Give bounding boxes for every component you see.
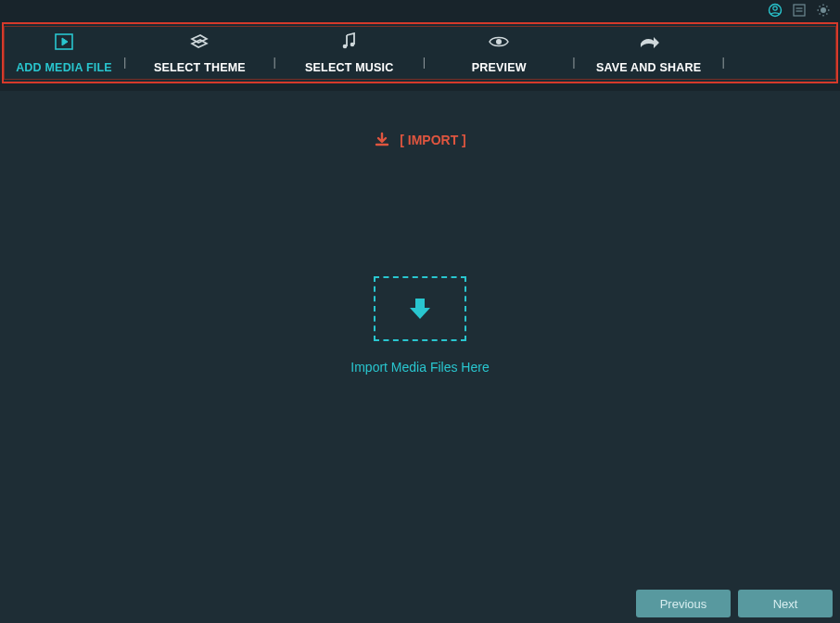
step-divider: | bbox=[269, 55, 279, 69]
step-label: PREVIEW bbox=[472, 61, 527, 74]
step-label: SAVE AND SHARE bbox=[596, 61, 701, 74]
svg-line-13 bbox=[826, 6, 827, 7]
step-preview[interactable]: PREVIEW bbox=[429, 32, 568, 74]
svg-marker-15 bbox=[62, 38, 68, 45]
svg-line-12 bbox=[820, 13, 821, 14]
arrow-down-icon bbox=[404, 293, 436, 324]
import-label: [ IMPORT ] bbox=[400, 133, 466, 147]
step-label: SELECT THEME bbox=[154, 61, 246, 74]
button-label: Previous bbox=[660, 597, 707, 611]
list-icon[interactable] bbox=[792, 3, 807, 18]
svg-point-18 bbox=[496, 39, 502, 44]
step-select-theme[interactable]: SELECT THEME bbox=[130, 32, 269, 74]
spacer bbox=[0, 83, 840, 91]
theme-icon bbox=[189, 32, 210, 52]
step-select-music[interactable]: SELECT MUSIC bbox=[280, 32, 419, 74]
step-save-share[interactable]: SAVE AND SHARE bbox=[579, 32, 719, 74]
next-button[interactable]: Next bbox=[738, 590, 833, 617]
step-label: ADD MEDIA FILE bbox=[16, 61, 112, 74]
step-bar: ADD MEDIA FILE | SELECT THEME | SELECT M… bbox=[2, 22, 838, 83]
svg-line-10 bbox=[820, 6, 821, 7]
svg-point-1 bbox=[773, 6, 777, 10]
step-add-media[interactable]: ADD MEDIA FILE bbox=[8, 32, 120, 74]
workspace: [ IMPORT ] Import Media Files Here Previ… bbox=[0, 91, 840, 623]
step-divider: | bbox=[419, 55, 429, 69]
play-file-icon bbox=[54, 32, 74, 52]
button-label: Next bbox=[773, 597, 798, 611]
step-bar-container: ADD MEDIA FILE | SELECT THEME | SELECT M… bbox=[0, 20, 840, 83]
brightness-icon[interactable] bbox=[816, 3, 831, 18]
svg-line-11 bbox=[826, 13, 827, 14]
svg-point-17 bbox=[350, 43, 354, 47]
title-bar bbox=[0, 0, 840, 20]
music-icon bbox=[340, 32, 359, 52]
step-divider: | bbox=[568, 55, 579, 69]
import-link[interactable]: [ IMPORT ] bbox=[0, 132, 840, 148]
step-label: SELECT MUSIC bbox=[305, 61, 393, 74]
dropzone-box bbox=[374, 276, 466, 341]
media-dropzone[interactable]: Import Media Files Here bbox=[0, 276, 840, 375]
eye-icon bbox=[488, 32, 510, 52]
user-icon[interactable] bbox=[768, 3, 783, 18]
step-divider: | bbox=[120, 55, 130, 69]
svg-point-16 bbox=[342, 44, 347, 49]
step-bar-inner: ADD MEDIA FILE | SELECT THEME | SELECT M… bbox=[4, 26, 836, 80]
svg-rect-2 bbox=[794, 5, 805, 16]
previous-button[interactable]: Previous bbox=[636, 590, 731, 617]
nav-buttons: Previous Next bbox=[636, 590, 833, 617]
download-icon bbox=[374, 132, 390, 148]
step-divider: | bbox=[719, 55, 729, 69]
svg-point-5 bbox=[821, 7, 826, 13]
share-icon bbox=[638, 32, 660, 52]
dropzone-label: Import Media Files Here bbox=[350, 360, 489, 375]
